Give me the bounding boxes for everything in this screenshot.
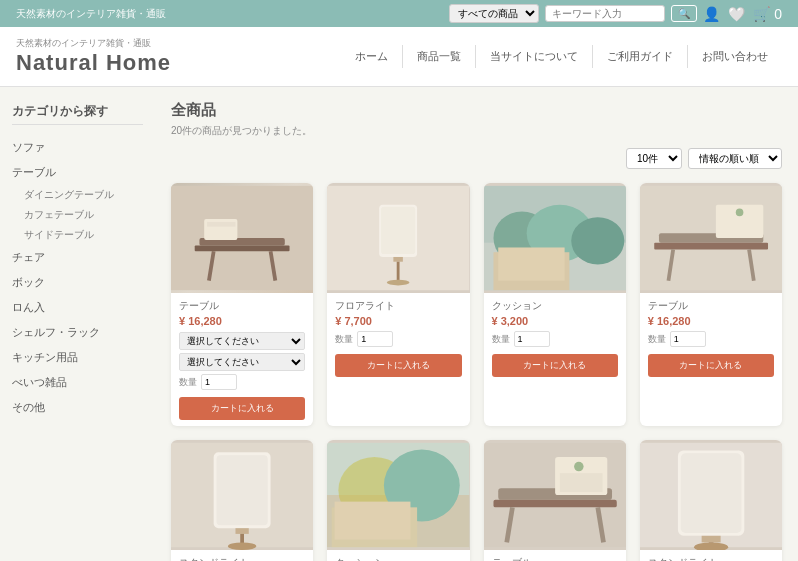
product-svg-0: [171, 183, 313, 293]
qty-input-1[interactable]: [357, 331, 393, 347]
sidebar-item-ron[interactable]: ロん入: [12, 295, 143, 320]
product-image-5: [327, 440, 469, 550]
product-card-0: テーブル ¥ 16,280 選択してください 選択してください 数量 カートに入…: [171, 183, 313, 426]
product-card-7: スタンドライト ¥ 7,200 数量 カートに入れる: [640, 440, 782, 561]
qty-input-0[interactable]: [201, 374, 237, 390]
sort-order-select[interactable]: 情報の順い順: [688, 148, 782, 169]
sidebar-item-other[interactable]: その他: [12, 395, 143, 420]
site-logo[interactable]: Natural Home: [16, 50, 171, 76]
product-svg-3: [640, 183, 782, 293]
cart-icon[interactable]: 🛒 0: [753, 6, 782, 22]
svg-rect-29: [217, 455, 268, 525]
product-name-3: テーブル: [648, 299, 774, 313]
add-to-cart-2[interactable]: カートに入れる: [492, 354, 618, 377]
svg-point-45: [574, 462, 583, 471]
search-button[interactable]: 🔍: [671, 5, 697, 22]
qty-label-2: 数量: [492, 333, 510, 346]
main-layout: カテゴリから探す ソファ テーブル ダイニングテーブル カフェテーブル サイドテ…: [0, 87, 798, 561]
add-to-cart-1[interactable]: カートに入れる: [335, 354, 461, 377]
sidebar-item-chair[interactable]: チェア: [12, 245, 143, 270]
nav-about[interactable]: 当サイトについて: [476, 45, 593, 68]
product-info-1: フロアライト ¥ 7,700 数量 カートに入れる: [327, 293, 469, 383]
product-grid: テーブル ¥ 16,280 選択してください 選択してください 数量 カートに入…: [171, 183, 782, 561]
favorite-icon[interactable]: 🤍: [728, 6, 745, 22]
product-svg-4: [171, 440, 313, 550]
sidebar-item-shelf[interactable]: シェルフ・ラック: [12, 320, 143, 345]
sidebar: カテゴリから探す ソファ テーブル ダイニングテーブル カフェテーブル サイドテ…: [0, 87, 155, 561]
product-price-0: ¥ 16,280: [179, 315, 305, 327]
svg-rect-22: [654, 243, 768, 250]
sidebar-item-box[interactable]: ボック: [12, 270, 143, 295]
product-image-4: [171, 440, 313, 550]
product-info-4: スタンドライト ¥ 7,730 数量 カートに入れる: [171, 550, 313, 561]
product-svg-5: [327, 440, 469, 550]
account-icon[interactable]: 👤: [703, 6, 720, 22]
sidebar-item-sofa[interactable]: ソファ: [12, 135, 143, 160]
product-option-select-0b[interactable]: 選択してください: [179, 353, 305, 371]
svg-point-12: [387, 280, 410, 286]
product-card-2: クッション ¥ 3,200 数量 カートに入れる: [484, 183, 626, 426]
svg-rect-49: [681, 453, 742, 533]
svg-rect-50: [701, 536, 720, 543]
product-option-0: 選択してください: [179, 331, 305, 350]
product-svg-1: [327, 183, 469, 293]
product-option-select-0a[interactable]: 選択してください: [179, 332, 305, 350]
svg-point-17: [571, 217, 624, 264]
items-per-page-select[interactable]: 10件: [626, 148, 682, 169]
product-info-5: クッション ¥ 1,700 数量 カートに入れる: [327, 550, 469, 561]
qty-row-2: 数量: [492, 331, 618, 347]
product-card-6: テーブル ¥ 14,730 数量 カートに入れる: [484, 440, 626, 561]
qty-input-3[interactable]: [670, 331, 706, 347]
sidebar-sub-side[interactable]: サイドテーブル: [12, 225, 143, 245]
product-name-1: フロアライト: [335, 299, 461, 313]
product-info-7: スタンドライト ¥ 7,200 数量 カートに入れる: [640, 550, 782, 561]
sidebar-sub-dining[interactable]: ダイニングテーブル: [12, 185, 143, 205]
product-price-2: ¥ 3,200: [492, 315, 618, 327]
product-image-0: [171, 183, 313, 293]
sidebar-item-goods[interactable]: べいつ雑品: [12, 370, 143, 395]
svg-rect-2: [195, 246, 290, 252]
svg-point-26: [736, 209, 744, 217]
search-input[interactable]: [545, 5, 665, 22]
top-bar: 天然素材のインテリア雑貨・通販 すべての商品 🔍 👤 🤍 🛒 0: [0, 0, 798, 27]
sidebar-title: カテゴリから探す: [12, 103, 143, 125]
main-content: 全商品 20件の商品が見つかりました。 10件 情報の順い順: [155, 87, 798, 561]
product-option-0b: 選択してください: [179, 352, 305, 371]
product-card-1: フロアライト ¥ 7,700 数量 カートに入れる: [327, 183, 469, 426]
add-to-cart-3[interactable]: カートに入れる: [648, 354, 774, 377]
content-count: 20件の商品が見つかりました。: [171, 124, 782, 138]
main-nav: ホーム 商品一覧 当サイトについて ご利用ガイド お問い合わせ: [341, 45, 782, 68]
qty-row-0: 数量: [179, 374, 305, 390]
nav-contact[interactable]: お問い合わせ: [688, 45, 782, 68]
sort-bar: 10件 情報の順い順: [171, 148, 782, 169]
top-bar-right: すべての商品 🔍 👤 🤍 🛒 0: [449, 4, 782, 23]
svg-rect-30: [235, 528, 248, 534]
site-subtitle: 天然素材のインテリア雑貨・通販: [16, 7, 166, 21]
sidebar-sub-cafe[interactable]: カフェテーブル: [12, 205, 143, 225]
product-card-5: クッション ¥ 1,700 数量 カートに入れる: [327, 440, 469, 561]
product-image-2: [484, 183, 626, 293]
product-name-4: スタンドライト: [179, 556, 305, 561]
nav-home[interactable]: ホーム: [341, 45, 403, 68]
product-info-2: クッション ¥ 3,200 数量 カートに入れる: [484, 293, 626, 383]
add-to-cart-0[interactable]: カートに入れる: [179, 397, 305, 420]
product-price-1: ¥ 7,700: [335, 315, 461, 327]
nav-products[interactable]: 商品一覧: [403, 45, 476, 68]
qty-input-2[interactable]: [514, 331, 550, 347]
product-name-2: クッション: [492, 299, 618, 313]
sidebar-item-table[interactable]: テーブル: [12, 160, 143, 185]
svg-rect-6: [207, 222, 235, 227]
product-svg-7: [640, 440, 782, 550]
svg-rect-46: [559, 473, 602, 492]
product-card-3: テーブル ¥ 16,280 数量 カートに入れる: [640, 183, 782, 426]
sidebar-item-kitchen[interactable]: キッチン用品: [12, 345, 143, 370]
product-name-5: クッション: [335, 556, 461, 561]
category-select[interactable]: すべての商品: [449, 4, 539, 23]
product-svg-2: [484, 183, 626, 293]
product-name-0: テーブル: [179, 299, 305, 313]
product-price-3: ¥ 16,280: [648, 315, 774, 327]
logo-area: 天然素材のインテリア雑貨・通販 Natural Home: [16, 37, 171, 76]
qty-row-1: 数量: [335, 331, 461, 347]
nav-guide[interactable]: ご利用ガイド: [593, 45, 688, 68]
product-info-0: テーブル ¥ 16,280 選択してください 選択してください 数量 カートに入…: [171, 293, 313, 426]
